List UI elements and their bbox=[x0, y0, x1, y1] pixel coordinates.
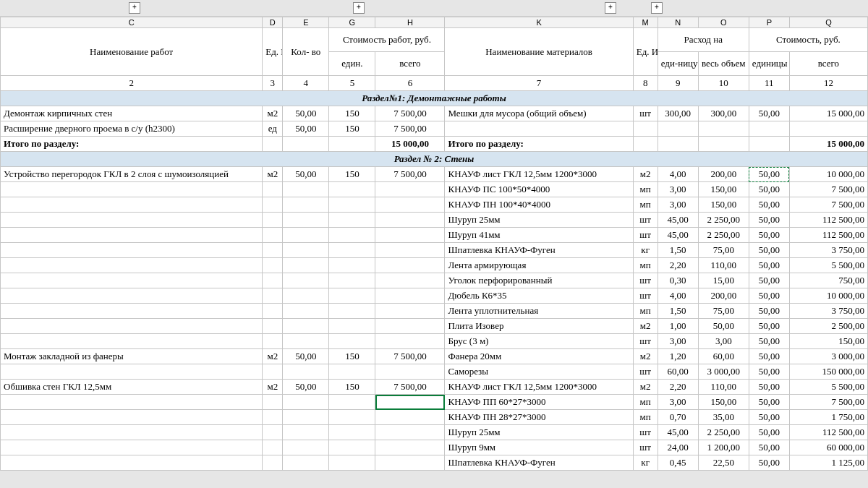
cell[interactable]: 110,00 bbox=[698, 380, 749, 395]
col-header[interactable]: D bbox=[263, 17, 283, 28]
cell[interactable] bbox=[375, 334, 445, 349]
cell[interactable] bbox=[283, 364, 329, 380]
cell[interactable]: 50,00 bbox=[283, 121, 329, 137]
cell[interactable] bbox=[749, 121, 789, 137]
outline-expand-2[interactable]: + bbox=[353, 2, 365, 14]
outline-expand-1[interactable]: + bbox=[129, 2, 140, 14]
cell[interactable]: 2,20 bbox=[658, 380, 698, 395]
cell[interactable]: 50,00 bbox=[749, 334, 789, 349]
cell[interactable] bbox=[283, 288, 329, 304]
subtotal-label[interactable]: Итого по разделу: bbox=[445, 137, 633, 152]
cell[interactable]: 45,00 bbox=[658, 425, 698, 440]
cell[interactable] bbox=[1, 334, 263, 349]
cell[interactable] bbox=[283, 258, 329, 273]
cell[interactable] bbox=[1, 197, 263, 213]
cell[interactable] bbox=[1, 395, 263, 410]
cell[interactable] bbox=[1, 440, 263, 455]
cell[interactable] bbox=[263, 395, 283, 410]
cell[interactable]: 5 500,00 bbox=[789, 380, 867, 395]
cell[interactable]: 2 250,00 bbox=[698, 425, 749, 440]
cell[interactable] bbox=[283, 425, 329, 440]
cell[interactable]: 300,00 bbox=[698, 106, 749, 121]
outline-expand-3[interactable]: + bbox=[605, 2, 616, 14]
cell[interactable]: 112 500,00 bbox=[789, 213, 867, 228]
cell[interactable]: 750,00 bbox=[789, 273, 867, 288]
cell[interactable] bbox=[375, 213, 445, 228]
cell[interactable] bbox=[1, 228, 263, 243]
cell[interactable]: 3,00 bbox=[658, 197, 698, 213]
hdr-full-vol[interactable]: весь объем bbox=[698, 52, 749, 76]
cell[interactable] bbox=[283, 228, 329, 243]
cell[interactable]: 60,00 bbox=[698, 349, 749, 364]
cell[interactable]: Шуруп 25мм bbox=[445, 213, 633, 228]
cell[interactable] bbox=[263, 182, 283, 197]
cell[interactable] bbox=[375, 243, 445, 258]
cell[interactable]: 150 000,00 bbox=[789, 364, 867, 380]
cell[interactable]: 150 bbox=[329, 121, 375, 137]
cell[interactable]: шт bbox=[633, 213, 658, 228]
cell[interactable] bbox=[329, 440, 375, 455]
cell[interactable]: КНАУФ лист ГКЛ 12,5мм 1200*3000 bbox=[445, 167, 633, 182]
hdr-per-unit2[interactable]: еди-ницу bbox=[658, 52, 698, 76]
cell[interactable]: 2 250,00 bbox=[698, 228, 749, 243]
cell[interactable]: 200,00 bbox=[698, 167, 749, 182]
cell[interactable] bbox=[263, 197, 283, 213]
cell[interactable]: 0,45 bbox=[658, 455, 698, 471]
hdr-unit[interactable]: Ед. Изм. bbox=[263, 28, 283, 76]
cell[interactable] bbox=[1, 455, 263, 471]
table-row[interactable]: Шпатлевка КНАУФ-Фугенкг1,5075,0050,003 7… bbox=[1, 243, 868, 258]
cell[interactable] bbox=[329, 395, 375, 410]
hdr-cost-total[interactable]: всего bbox=[789, 52, 867, 76]
cell[interactable]: Шуруп 41мм bbox=[445, 228, 633, 243]
cell[interactable] bbox=[263, 334, 283, 349]
cell[interactable]: м2 bbox=[263, 106, 283, 121]
cell[interactable]: 7 500,00 bbox=[375, 380, 445, 395]
cell[interactable] bbox=[283, 395, 329, 410]
cell[interactable] bbox=[263, 258, 283, 273]
cell[interactable]: 1,00 bbox=[658, 319, 698, 334]
cell[interactable] bbox=[283, 304, 329, 319]
table-row[interactable]: Монтаж закладной из фанерым250,001507 50… bbox=[1, 349, 868, 364]
cell[interactable]: Лента уплотнительная bbox=[445, 304, 633, 319]
cell[interactable] bbox=[263, 213, 283, 228]
cell[interactable]: 1,20 bbox=[658, 349, 698, 364]
cell[interactable]: Монтаж закладной из фанеры bbox=[1, 349, 263, 364]
cell[interactable]: 3 000,00 bbox=[698, 364, 749, 380]
cell[interactable] bbox=[1, 425, 263, 440]
cell[interactable] bbox=[329, 319, 375, 334]
table-row[interactable]: КНАУФ ПН 28*27*3000мп0,7035,0050,001 750… bbox=[1, 410, 868, 425]
col-header[interactable]: C bbox=[1, 17, 263, 28]
table-row[interactable]: Раздел№1: Демонтажные работы bbox=[1, 91, 868, 106]
cell[interactable]: 10 000,00 bbox=[789, 167, 867, 182]
cell[interactable]: 15,00 bbox=[698, 273, 749, 288]
cell[interactable]: 7 500,00 bbox=[789, 182, 867, 197]
cell[interactable]: мп bbox=[633, 395, 658, 410]
table-row[interactable]: Шуруп 25ммшт45,002 250,0050,00112 500,00 bbox=[1, 213, 868, 228]
cell[interactable] bbox=[329, 258, 375, 273]
cell[interactable] bbox=[329, 410, 375, 425]
cell[interactable]: КНАУФ ПН 28*27*3000 bbox=[445, 410, 633, 425]
cell[interactable] bbox=[329, 334, 375, 349]
hdr-work-cost[interactable]: Стоимость работ, руб. bbox=[329, 28, 445, 52]
cell[interactable]: 5 500,00 bbox=[789, 258, 867, 273]
cell[interactable]: Плита Изовер bbox=[445, 319, 633, 334]
cell[interactable]: 0,70 bbox=[658, 410, 698, 425]
cell[interactable] bbox=[375, 364, 445, 380]
cell[interactable]: 4,00 bbox=[658, 288, 698, 304]
cell[interactable]: 45,00 bbox=[658, 213, 698, 228]
cell[interactable]: 50,00 bbox=[283, 349, 329, 364]
cell[interactable]: 150 bbox=[329, 167, 375, 182]
table-row[interactable]: Раздел № 2: Стены bbox=[1, 152, 868, 167]
cell[interactable] bbox=[283, 440, 329, 455]
cell[interactable]: Уголок перфорированный bbox=[445, 273, 633, 288]
cell[interactable]: шт bbox=[633, 440, 658, 455]
cell[interactable] bbox=[698, 121, 749, 137]
cell[interactable] bbox=[375, 273, 445, 288]
cell[interactable] bbox=[1, 258, 263, 273]
hdr-qty[interactable]: Кол- во bbox=[283, 28, 329, 76]
cell[interactable]: 7 500,00 bbox=[375, 167, 445, 182]
cell[interactable] bbox=[263, 304, 283, 319]
cell[interactable] bbox=[263, 440, 283, 455]
hdr-unit2[interactable]: Ед. Изм. bbox=[633, 28, 658, 76]
cell[interactable]: м2 bbox=[263, 349, 283, 364]
